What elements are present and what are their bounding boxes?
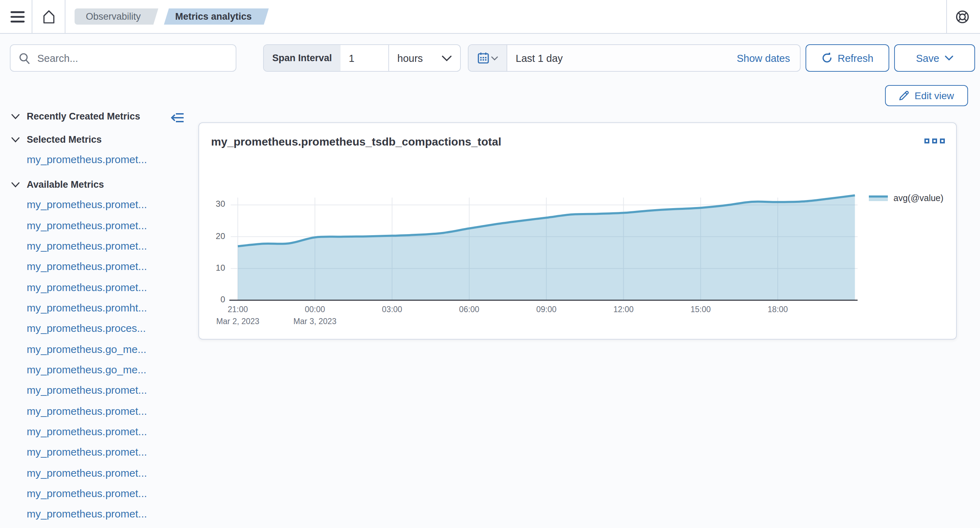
available-metric-link[interactable]: my_prometheus.promet... [27,400,147,421]
x-axis-tick: 00:00 [292,305,337,314]
metric-chart-panel: my_prometheus.prometheus_tsdb_compaction… [198,122,957,339]
chevron-down-icon [11,182,20,187]
available-metric-link[interactable]: my_prometheus.promet... [27,256,147,277]
quick-select-button[interactable] [469,45,507,71]
home-icon [42,10,55,24]
x-axis-tick: 21:00 [215,305,260,314]
y-axis-tick: 20 [196,231,225,241]
save-button[interactable]: Save [894,44,975,72]
chevron-down-icon [11,114,20,119]
breadcrumb-metrics-analytics[interactable]: Metrics analytics [164,8,269,25]
collapse-sidebar-button[interactable] [170,112,185,123]
edit-view-label: Edit view [915,90,954,101]
chevron-down-icon [945,55,953,60]
panel-actions-button[interactable] [924,138,945,143]
hamburger-icon [10,11,25,23]
x-axis-tick: 18:00 [755,305,800,314]
area-chart[interactable] [229,192,866,308]
x-axis-date-label: Mar 3, 2023 [292,317,337,325]
x-axis-tick: 09:00 [524,305,569,314]
span-interval-value-input[interactable] [340,45,388,71]
top-navigation-bar: Observability Metrics analytics [0,0,980,34]
available-metric-link[interactable]: my_prometheus.go_me... [27,359,147,380]
legend-swatch [869,195,888,201]
search-box [10,44,236,72]
panel-actions-icon [924,138,929,143]
available-metric-link[interactable]: my_prometheus.promet... [27,503,147,524]
span-interval-group: Span Interval hours [263,44,461,72]
available-metric-link[interactable]: my_prometheus.promet... [27,380,147,400]
metrics-analytics-page: Observability Metrics analytics [0,0,980,528]
edit-view-button[interactable]: Edit view [885,85,968,106]
x-axis-tick: 12:00 [601,305,646,314]
header-divider-2 [65,0,65,33]
available-metric-link[interactable]: my_prometheus.go_me... [27,339,147,359]
chevron-down-icon [442,55,452,61]
menu-left-icon [170,112,184,123]
search-icon [19,52,30,63]
available-metric-link[interactable]: my_prometheus.promet... [27,462,147,483]
breadcrumb-label: Observability [86,11,141,22]
span-interval-label: Span Interval [264,45,340,71]
y-axis-tick: 10 [196,263,225,273]
life-ring-icon [955,10,969,24]
chart-legend[interactable]: avg(@value) [869,193,943,203]
chevron-down-icon [491,56,498,60]
selected-metrics-list: my_prometheus.promet... [27,149,147,170]
available-metric-link[interactable]: my_prometheus.promet... [27,442,147,462]
breadcrumb-label: Metrics analytics [175,11,252,22]
help-button[interactable] [955,9,970,25]
selected-metric-link[interactable]: my_prometheus.promet... [27,149,147,170]
span-interval-unit-select[interactable]: hours [388,45,460,71]
save-label: Save [916,52,939,63]
available-metric-link[interactable]: my_prometheus.promet... [27,215,147,236]
section-selected-metrics[interactable]: Selected Metrics [11,134,102,145]
legend-series-label: avg(@value) [894,193,943,203]
available-metric-link[interactable]: my_prometheus.promet... [27,277,147,297]
chevron-down-icon [11,137,20,143]
available-metric-link[interactable]: my_prometheus.promet... [27,235,147,256]
section-title: Selected Metrics [27,134,102,145]
header-divider-3 [946,0,947,33]
section-title: Available Metrics [27,179,104,190]
refresh-label: Refresh [838,52,873,63]
available-metrics-list: my_prometheus.promet...my_prometheus.pro… [27,194,147,524]
date-range-value[interactable]: Last 1 day [507,52,732,63]
pencil-icon [899,91,909,100]
header-divider [32,0,32,33]
available-metric-link[interactable]: my_prometheus.promht... [27,297,147,318]
y-axis-tick: 0 [196,295,225,304]
section-recently-created-metrics[interactable]: Recently Created Metrics [11,111,140,122]
available-metric-link[interactable]: my_prometheus.promet... [27,421,147,442]
chart-title: my_prometheus.prometheus_tsdb_compaction… [211,136,501,148]
y-axis-tick: 30 [196,199,225,209]
x-axis-tick: 06:00 [447,305,492,314]
date-picker: Last 1 day Show dates [468,44,800,72]
x-axis-tick: 15:00 [678,305,723,314]
x-axis-tick: 03:00 [370,305,415,314]
available-metric-link[interactable]: my_prometheus.promet... [27,194,147,215]
span-unit-value: hours [398,52,423,63]
calendar-icon [477,52,488,64]
search-input[interactable] [36,52,215,64]
home-button[interactable] [41,9,56,25]
refresh-icon [821,53,832,63]
section-available-metrics[interactable]: Available Metrics [11,179,104,190]
x-axis-date-label: Mar 2, 2023 [215,317,260,325]
available-metric-link[interactable]: my_prometheus.promet... [27,483,147,504]
section-title: Recently Created Metrics [27,111,140,122]
breadcrumb-observability[interactable]: Observability [75,8,158,25]
show-dates-button[interactable]: Show dates [732,52,800,64]
refresh-button[interactable]: Refresh [805,44,889,72]
nav-menu-button[interactable] [8,10,27,24]
available-metric-link[interactable]: my_prometheus.proces... [27,318,147,339]
